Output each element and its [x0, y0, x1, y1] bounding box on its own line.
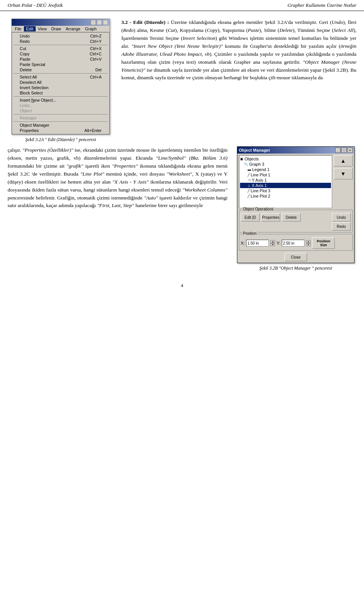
menu-titlebar: _ □ × — [12, 19, 110, 26]
edit-dropdown: Undo Ctrl+Z Redo Ctrl+Y Cut Ctrl+X Copy … — [12, 32, 110, 134]
page-header: Orhan Polat - DEÜ Jeofizik Grapher Kulla… — [0, 0, 364, 11]
header-left: Orhan Polat - DEÜ Jeofizik — [8, 2, 63, 8]
obj-operations-group: Object Operations Edit |D Properties Del… — [239, 210, 353, 232]
second-left-text: çalışır. "Properties (Özellikler)" ise, … — [8, 146, 228, 213]
delete-button[interactable]: Delete — [282, 213, 301, 221]
up-button[interactable]: ▲ — [334, 155, 353, 166]
undo-button[interactable]: Undo — [332, 213, 351, 221]
menubar-view[interactable]: View — [36, 26, 49, 31]
menu-paste[interactable]: Paste Ctrl+V — [12, 57, 109, 62]
section1-heading-para: 3.2 - Edit (Düzenle) : Üzerine tıklandığ… — [121, 19, 356, 82]
menubar: File Edit View Draw Arrange Graph — [12, 26, 110, 32]
header-right: Grapher Kullanımı Üzerine Notlar — [287, 2, 356, 8]
obj-body: ▣ Objects 📉 Graph 3 ▬ — [237, 154, 354, 263]
tree-yaxis1[interactable]: ⊣ Y Axis 1 — [240, 177, 331, 183]
menu-properties[interactable]: Properties Alt+Enter — [12, 128, 109, 133]
separator-2 — [14, 73, 108, 74]
second-right-panel: Object Manager _ □ × ▣ Objects — [235, 146, 356, 271]
separator-4 — [14, 114, 108, 115]
properties-button[interactable]: Properties — [261, 213, 280, 221]
obj-position-group: Position X: ▲ ▼ Y: ▲ ▼ — [239, 234, 353, 251]
tree-xaxis1[interactable]: ⊥ X Axis 1 — [240, 183, 331, 188]
y-label: Y: — [276, 241, 280, 245]
menu-links[interactable]: Links... — [12, 103, 109, 108]
operations-label: Object Operations — [242, 207, 275, 211]
menu-object-manager[interactable]: Object Manager — [12, 122, 109, 128]
obj-ops-buttons: Edit |D Properties Delete Undo Redo — [241, 212, 351, 231]
close-button[interactable]: × — [103, 20, 108, 25]
menu-block-select[interactable]: Block Select — [12, 90, 109, 96]
main-top-section: _ □ × File Edit View Draw Arrange Graph … — [0, 11, 364, 143]
menubar-arrange[interactable]: Arrange — [63, 26, 83, 31]
separator-5 — [14, 121, 108, 122]
right-column: 3.2 - Edit (Düzenle) : Üzerine tıklandığ… — [121, 19, 356, 143]
obj-title: Object Manager — [239, 148, 270, 152]
second-section: çalışır. "Properties (Özellikler)" ise, … — [0, 143, 364, 275]
close-row: Close — [239, 252, 353, 261]
titlebar-buttons: _ □ × — [91, 20, 108, 25]
caption-1: Şekil 3.2A " Edit (Düzenle) " penceresi — [25, 137, 96, 143]
menu-invert-selection[interactable]: Invert Selection — [12, 85, 109, 90]
close-button[interactable]: Close — [284, 253, 307, 261]
down-button[interactable]: ▼ — [334, 168, 353, 179]
separator-1 — [14, 45, 108, 45]
ops-left-buttons: Edit |D Properties Delete — [241, 213, 330, 231]
menubar-edit[interactable]: Edit — [24, 26, 36, 31]
menu-copy[interactable]: Copy Ctrl+C — [12, 51, 109, 57]
tree-objects[interactable]: ▣ Objects — [240, 156, 331, 162]
position-size-button[interactable]: PositionSize — [312, 237, 335, 249]
section2-para: çalışır. "Properties (Özellikler)" ise, … — [8, 146, 228, 210]
x-label: X: — [241, 241, 245, 245]
page-number: 4 — [0, 275, 364, 296]
tree-lineplot1[interactable]: ╱ Line Plot 1 — [240, 172, 331, 177]
separator-3 — [14, 96, 108, 97]
obj-close-btn[interactable]: × — [347, 148, 353, 153]
redo-button[interactable]: Redo — [332, 222, 351, 231]
tree-legend1[interactable]: ▬ Legend 1 — [240, 167, 331, 172]
menubar-file[interactable]: File — [13, 26, 24, 31]
minimize-button[interactable]: _ — [91, 20, 96, 25]
y-input[interactable] — [282, 240, 304, 246]
tree-lineplot2[interactable]: ╱ Line Plot 2 — [240, 193, 331, 199]
x-spin-up[interactable]: ▲ — [270, 240, 275, 243]
obj-minimize-btn[interactable]: _ — [335, 148, 340, 153]
x-spin-down[interactable]: ▼ — [270, 243, 275, 246]
obj-titlebar-buttons: _ □ × — [335, 148, 353, 153]
menu-reshape[interactable]: Reshape — [12, 115, 109, 121]
edit-menu-window: _ □ × File Edit View Draw Arrange Graph … — [11, 19, 110, 135]
menu-deselect-all[interactable]: Deselect All — [12, 80, 109, 85]
menu-object[interactable]: Object — [12, 108, 109, 113]
menubar-graph[interactable]: Graph — [83, 26, 99, 31]
y-spin-up[interactable]: ▲ — [306, 240, 311, 243]
ops-right-buttons: Undo Redo — [332, 213, 351, 231]
obj-tree-buttons: ▲ ▼ — [334, 155, 353, 208]
menu-undo[interactable]: Undo Ctrl+Z — [12, 33, 109, 39]
obj-maximize-btn[interactable]: □ — [341, 148, 347, 153]
x-spinner: ▲ ▼ — [270, 240, 275, 246]
menu-paste-special[interactable]: Paste Special — [12, 62, 109, 67]
menubar-draw[interactable]: Draw — [49, 26, 63, 31]
tree-lineplot3[interactable]: ╱ Line Plot 3 — [240, 188, 331, 193]
menu-cut[interactable]: Cut Ctrl+X — [12, 46, 109, 51]
tree-graph3[interactable]: 📉 Graph 3 — [240, 162, 331, 167]
obj-tree-area: ▣ Objects 📉 Graph 3 ▬ — [239, 155, 353, 208]
left-column: _ □ × File Edit View Draw Arrange Graph … — [8, 19, 114, 143]
menu-insert-new-object[interactable]: Insert New Object... — [12, 97, 109, 103]
obj-position-row: X: ▲ ▼ Y: ▲ ▼ PositionSize — [241, 236, 351, 249]
obj-titlebar: Object Manager _ □ × — [237, 147, 354, 154]
section-heading: 3.2 - Edit (Düzenle) : — [121, 19, 169, 25]
object-manager-window: Object Manager _ □ × ▣ Objects — [237, 146, 355, 263]
x-input[interactable] — [246, 240, 269, 246]
maximize-button[interactable]: □ — [97, 20, 102, 25]
y-spin-down[interactable]: ▼ — [306, 243, 311, 246]
obj-tree: ▣ Objects 📉 Graph 3 ▬ — [239, 155, 332, 208]
menu-delete[interactable]: Delete Del — [12, 67, 109, 72]
caption-2: Şekil 3.2B "Object Manager " penceresi — [259, 265, 332, 271]
menu-redo[interactable]: Redo Ctrl+Y — [12, 39, 109, 44]
position-label: Position — [242, 231, 257, 235]
menu-select-all[interactable]: Select All Ctrl+A — [12, 74, 109, 80]
y-spinner: ▲ ▼ — [306, 240, 311, 246]
edit-id-button[interactable]: Edit |D — [241, 213, 260, 221]
